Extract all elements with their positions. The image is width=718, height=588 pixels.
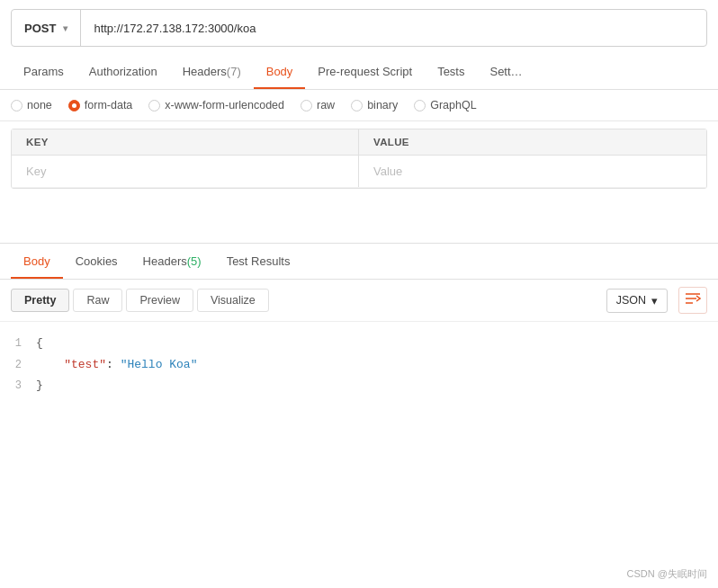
json-line-2: 2 "test": "Hello Koa": [0, 354, 718, 376]
json-type-selector[interactable]: JSON ▾: [606, 289, 668, 313]
response-tabs: Body Cookies Headers(5) Test Results: [0, 245, 718, 280]
url-bar: POST ▾: [11, 9, 707, 47]
tab-body[interactable]: Body: [254, 56, 306, 89]
radio-circle-formdata: [68, 100, 80, 111]
radio-circle-binary: [351, 100, 363, 111]
body-types: none form-data x-www-form-urlencoded raw…: [0, 90, 718, 121]
format-pretty[interactable]: Pretty: [11, 289, 69, 312]
tab-authorization[interactable]: Authorization: [76, 56, 170, 89]
line-num-2: 2: [0, 356, 36, 376]
format-preview[interactable]: Preview: [126, 289, 193, 312]
radio-formdata[interactable]: form-data: [68, 99, 133, 111]
wrap-icon[interactable]: [678, 287, 707, 314]
radio-graphql[interactable]: GraphQL: [414, 99, 476, 111]
section-divider: [0, 243, 718, 244]
line-content-3: }: [36, 375, 43, 396]
url-input[interactable]: [81, 22, 706, 35]
kv-value-placeholder[interactable]: Value: [359, 156, 417, 187]
tab-headers[interactable]: Headers(7): [170, 56, 254, 89]
resp-tab-headers[interactable]: Headers(5): [130, 245, 214, 279]
kv-header: KEY VALUE: [12, 129, 706, 156]
json-type-label: JSON: [616, 294, 646, 307]
line-num-1: 1: [0, 334, 36, 354]
line-content-1: {: [36, 333, 43, 353]
radio-label-graphql: GraphQL: [430, 99, 476, 111]
format-raw[interactable]: Raw: [73, 289, 122, 312]
tab-tests[interactable]: Tests: [425, 56, 477, 89]
radio-circle-urlencoded: [148, 100, 160, 111]
radio-circle-none: [11, 100, 22, 111]
kv-table: KEY VALUE Key Value: [11, 129, 707, 189]
tab-prerequest[interactable]: Pre-request Script: [305, 56, 425, 89]
kv-col-value: VALUE: [359, 129, 424, 155]
kv-col-key: KEY: [12, 129, 359, 155]
radio-raw[interactable]: raw: [301, 99, 335, 111]
line-content-2: "test": "Hello Koa": [36, 354, 197, 375]
json-line-3: 3 }: [0, 375, 718, 396]
kv-key-placeholder[interactable]: Key: [12, 156, 359, 187]
line-num-3: 3: [0, 377, 36, 396]
format-visualize[interactable]: Visualize: [197, 289, 269, 312]
radio-label-formdata: form-data: [85, 99, 133, 111]
radio-binary[interactable]: binary: [351, 99, 398, 111]
json-output: 1 { 2 "test": "Hello Koa" 3 }: [0, 322, 718, 407]
json-type-chevron: ▾: [651, 294, 658, 307]
radio-label-urlencoded: x-www-form-urlencoded: [165, 99, 284, 111]
radio-label-none: none: [27, 99, 52, 111]
tab-params[interactable]: Params: [11, 56, 76, 89]
json-line-1: 1 {: [0, 333, 718, 354]
kv-row-empty: Key Value: [12, 156, 706, 188]
method-chevron: ▾: [63, 23, 67, 33]
resp-tab-cookies[interactable]: Cookies: [63, 245, 130, 279]
radio-urlencoded[interactable]: x-www-form-urlencoded: [148, 99, 284, 111]
radio-label-raw: raw: [317, 99, 335, 111]
method-selector[interactable]: POST ▾: [12, 10, 81, 46]
radio-circle-raw: [301, 100, 312, 111]
response-toolbar: Pretty Raw Preview Visualize JSON ▾: [0, 280, 718, 322]
watermark: CSDN @失眠时间: [627, 567, 707, 581]
radio-label-binary: binary: [367, 99, 398, 111]
resp-tab-body[interactable]: Body: [11, 245, 63, 279]
radio-none[interactable]: none: [11, 99, 52, 111]
resp-tab-test-results[interactable]: Test Results: [214, 245, 303, 279]
method-label: POST: [24, 22, 56, 35]
radio-circle-graphql: [414, 100, 426, 111]
tab-settings[interactable]: Sett…: [477, 56, 534, 89]
request-tabs: Params Authorization Headers(7) Body Pre…: [0, 56, 718, 90]
